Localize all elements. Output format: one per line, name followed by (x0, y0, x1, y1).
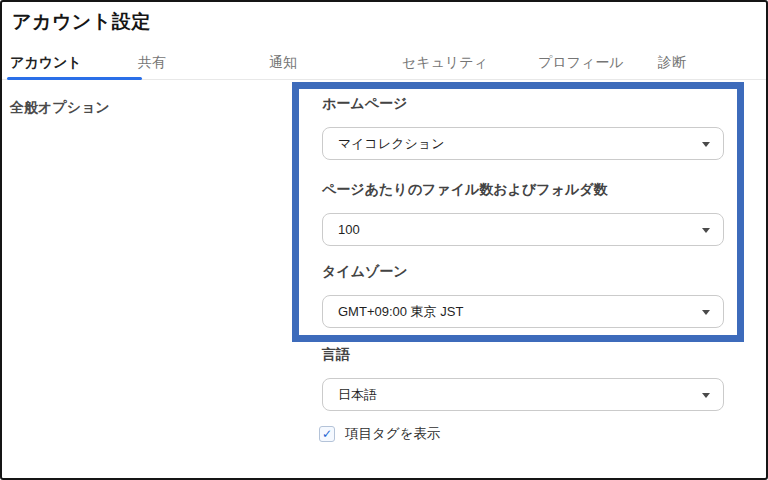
show-item-tags-row: ✓ 項目タグを表示 (319, 425, 440, 443)
field-label-homepage: ホームページ (322, 95, 724, 112)
language-select-value: 日本語 (338, 386, 377, 404)
field-label-files-per-page: ページあたりのファイル数およびフォルダ数 (322, 181, 724, 198)
field-label-timezone: タイムゾーン (322, 263, 724, 280)
page-title: アカウント設定 (12, 9, 151, 35)
field-language: 言語 日本語 (322, 346, 724, 411)
caret-down-icon (702, 310, 710, 315)
timezone-select[interactable]: GMT+09:00 東京 JST (322, 295, 724, 328)
homepage-select-value: マイコレクション (338, 135, 444, 153)
caret-down-icon (702, 393, 710, 398)
account-settings-page: アカウント設定 アカウント 共有 通知 セキュリティ プロフィール 診断 全般オ… (0, 0, 768, 480)
timezone-select-value: GMT+09:00 東京 JST (338, 303, 463, 321)
active-tab-underline (7, 77, 142, 80)
sidebar-item-general-options[interactable]: 全般オプション (10, 99, 110, 117)
files-per-page-select-value: 100 (338, 222, 360, 237)
language-select[interactable]: 日本語 (322, 378, 724, 411)
tab-profile[interactable]: プロフィール (538, 54, 624, 72)
show-item-tags-label: 項目タグを表示 (345, 425, 440, 443)
field-files-per-page: ページあたりのファイル数およびフォルダ数 100 (322, 181, 724, 246)
tab-bar: アカウント 共有 通知 セキュリティ プロフィール 診断 (2, 50, 766, 80)
check-icon: ✓ (322, 428, 332, 440)
field-timezone: タイムゾーン GMT+09:00 東京 JST (322, 263, 724, 328)
field-label-language: 言語 (322, 346, 724, 363)
caret-down-icon (702, 142, 710, 147)
tab-security[interactable]: セキュリティ (402, 54, 488, 72)
caret-down-icon (702, 228, 710, 233)
files-per-page-select[interactable]: 100 (322, 213, 724, 246)
tab-account[interactable]: アカウント (10, 54, 82, 72)
homepage-select[interactable]: マイコレクション (322, 127, 724, 160)
show-item-tags-checkbox[interactable]: ✓ (319, 426, 335, 442)
field-homepage: ホームページ マイコレクション (322, 95, 724, 160)
tab-notifications[interactable]: 通知 (269, 54, 297, 72)
tab-diagnostics[interactable]: 診断 (658, 54, 686, 72)
tab-sharing[interactable]: 共有 (138, 54, 166, 72)
